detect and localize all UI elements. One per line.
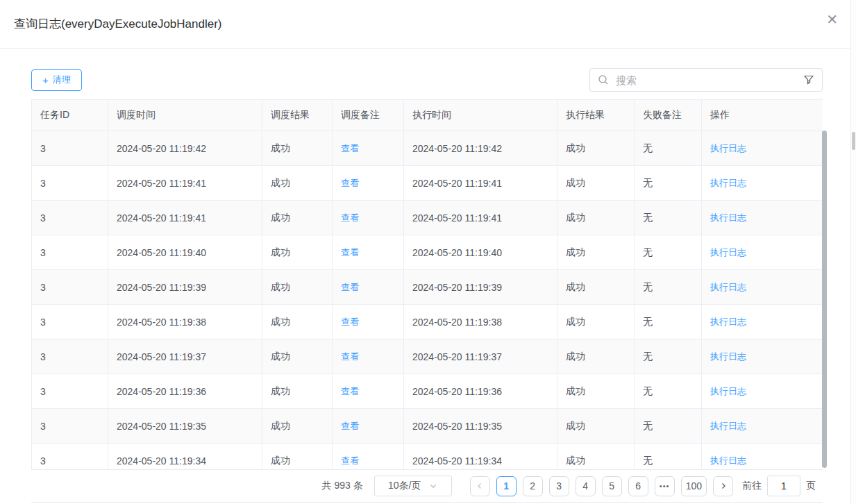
total-count: 共 993 条 (322, 480, 363, 492)
cell-sched-time: 2024-05-20 11:19:39 (108, 270, 262, 305)
cell-exec-result: 成功 (557, 409, 635, 444)
cell-exec-result: 成功 (557, 131, 635, 166)
exec-log-link[interactable]: 执行日志 (710, 143, 746, 153)
view-sched-note-link[interactable]: 查看 (341, 386, 359, 396)
cell-exec-time: 2024-05-20 11:19:42 (404, 131, 557, 166)
view-sched-note-link[interactable]: 查看 (341, 351, 359, 362)
cell-actions: 执行日志 (702, 201, 823, 235)
view-sched-note-link[interactable]: 查看 (341, 282, 359, 292)
plus-icon: + (42, 75, 49, 85)
view-sched-note-link[interactable]: 查看 (341, 143, 359, 153)
cell-actions: 执行日志 (702, 235, 823, 270)
cell-sched-time: 2024-05-20 11:19:38 (108, 305, 262, 339)
table-row: 3 2024-05-20 11:19:40 成功 查看 2024-05-20 1… (32, 235, 823, 270)
exec-log-link[interactable]: 执行日志 (710, 247, 746, 258)
cell-exec-time: 2024-05-20 11:19:36 (404, 374, 557, 409)
cell-exec-result: 成功 (557, 166, 635, 201)
cell-job-id: 3 (32, 444, 108, 470)
exec-log-link[interactable]: 执行日志 (710, 317, 746, 327)
jump-suffix-label: 页 (806, 480, 816, 492)
cell-fail-note: 无 (635, 166, 702, 201)
page-number-button[interactable]: 6 (628, 476, 648, 496)
cell-exec-time: 2024-05-20 11:19:38 (404, 305, 557, 339)
cell-sched-result: 成功 (262, 131, 333, 166)
page-size-select[interactable]: 10条/页 (374, 476, 452, 496)
cell-sched-time: 2024-05-20 11:19:40 (108, 235, 262, 270)
cell-sched-time: 2024-05-20 11:19:37 (108, 339, 262, 374)
page-jump-input[interactable] (767, 476, 800, 496)
cell-exec-time: 2024-05-20 11:19:40 (404, 235, 557, 270)
exec-log-link[interactable]: 执行日志 (710, 421, 746, 431)
page-number-button[interactable]: 2 (523, 476, 543, 496)
view-sched-note-link[interactable]: 查看 (341, 421, 359, 431)
cell-sched-time: 2024-05-20 11:19:34 (108, 444, 262, 470)
prev-page-button[interactable] (470, 476, 490, 496)
cell-exec-result: 成功 (557, 305, 635, 339)
dialog-header: 查询日志(everyDayExecuteJobHandler) ✕ (0, 0, 856, 49)
cell-sched-note: 查看 (333, 444, 404, 470)
view-sched-note-link[interactable]: 查看 (341, 455, 359, 466)
cell-job-id: 3 (32, 374, 108, 409)
exec-log-link[interactable]: 执行日志 (710, 386, 746, 396)
cell-sched-time: 2024-05-20 11:19:41 (108, 166, 262, 201)
page-number-button[interactable]: 5 (602, 476, 622, 496)
page-scrollbar[interactable] (850, 0, 856, 504)
exec-log-link[interactable]: 执行日志 (710, 455, 746, 466)
cell-exec-result: 成功 (557, 339, 635, 374)
cell-sched-note: 查看 (333, 339, 404, 374)
page-number-button[interactable]: 1 (496, 476, 517, 496)
chevron-right-icon (719, 482, 728, 490)
ellipsis-icon: ••• (660, 482, 670, 490)
cell-exec-result: 成功 (557, 374, 635, 409)
cell-job-id: 3 (32, 166, 108, 201)
cell-job-id: 3 (32, 409, 108, 444)
page-jumper: 前往 页 (742, 476, 816, 496)
clear-button[interactable]: + 清理 (31, 69, 82, 91)
cell-exec-time: 2024-05-20 11:19:35 (404, 409, 557, 444)
dialog-body: + 清理 (31, 49, 823, 503)
page-number-button[interactable]: 4 (576, 476, 596, 496)
table-row: 3 2024-05-20 11:19:39 成功 查看 2024-05-20 1… (32, 270, 823, 305)
more-pages-button[interactable]: ••• (655, 476, 675, 496)
cell-exec-time: 2024-05-20 11:19:41 (404, 166, 557, 201)
cell-actions: 执行日志 (702, 409, 823, 444)
view-sched-note-link[interactable]: 查看 (341, 247, 359, 258)
cell-actions: 执行日志 (702, 166, 823, 201)
last-page-button[interactable]: 100 (681, 476, 707, 496)
exec-log-link[interactable]: 执行日志 (710, 282, 746, 292)
cell-sched-result: 成功 (262, 235, 333, 270)
cell-actions: 执行日志 (702, 339, 823, 374)
page-scrollbar-thumb[interactable] (852, 132, 855, 150)
next-page-button[interactable] (713, 476, 733, 496)
search-input[interactable] (614, 74, 798, 87)
cell-sched-note: 查看 (333, 166, 404, 201)
page-number-button[interactable]: 3 (549, 476, 569, 496)
log-table-wrap: 任务ID 调度时间 调度结果 调度备注 执行时间 执行结果 失败备注 操作 (31, 99, 823, 503)
close-icon[interactable]: ✕ (826, 12, 838, 26)
col-header-sched-result: 调度结果 (262, 100, 333, 131)
cell-sched-result: 成功 (262, 270, 333, 305)
table-row: 3 2024-05-20 11:19:41 成功 查看 2024-05-20 1… (32, 166, 823, 201)
view-sched-note-link[interactable]: 查看 (341, 212, 359, 223)
pagination-bar: 共 993 条 10条/页 (31, 469, 823, 503)
exec-log-link[interactable]: 执行日志 (710, 351, 746, 362)
cell-actions: 执行日志 (702, 444, 823, 470)
col-header-sched-time: 调度时间 (108, 100, 262, 131)
exec-log-link[interactable]: 执行日志 (710, 178, 746, 188)
view-sched-note-link[interactable]: 查看 (341, 178, 359, 188)
cell-sched-result: 成功 (262, 409, 333, 444)
cell-fail-note: 无 (635, 235, 702, 270)
cell-sched-note: 查看 (333, 201, 404, 235)
table-row: 3 2024-05-20 11:19:41 成功 查看 2024-05-20 1… (32, 201, 823, 235)
cell-fail-note: 无 (635, 374, 702, 409)
cell-fail-note: 无 (635, 131, 702, 166)
table-scrollbar-thumb[interactable] (822, 131, 827, 468)
filter-icon[interactable] (803, 74, 814, 85)
cell-fail-note: 无 (635, 339, 702, 374)
cell-actions: 执行日志 (702, 270, 823, 305)
view-sched-note-link[interactable]: 查看 (341, 317, 359, 327)
cell-fail-note: 无 (635, 409, 702, 444)
cell-sched-result: 成功 (262, 166, 333, 201)
exec-log-link[interactable]: 执行日志 (710, 212, 746, 223)
table-row: 3 2024-05-20 11:19:34 成功 查看 2024-05-20 1… (32, 444, 823, 470)
